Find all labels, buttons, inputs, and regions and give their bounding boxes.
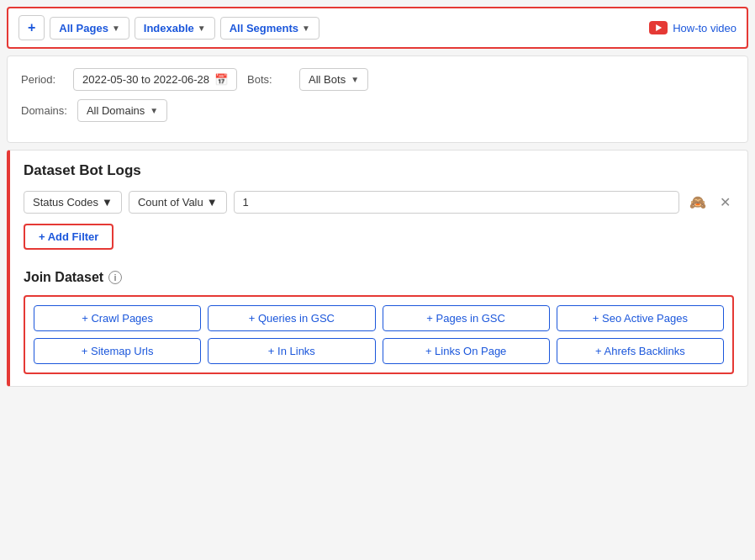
count-select[interactable]: Count of Valu ▼ [129, 191, 227, 214]
dataset-section: Dataset Bot Logs Status Codes ▼ Count of… [7, 150, 748, 387]
bots-dropdown[interactable]: All Bots ▼ [299, 68, 368, 91]
indexable-button[interactable]: Indexable ▼ [135, 17, 215, 40]
join-section: Join Dataset i + Crawl Pages+ Queries in… [24, 270, 734, 374]
join-btn-4[interactable]: + Sitemap Urls [34, 338, 201, 364]
eye-slash-icon: 🙈 [689, 195, 706, 209]
info-icon[interactable]: i [108, 271, 122, 284]
join-btn-0[interactable]: + Crawl Pages [34, 305, 201, 331]
status-codes-caret-icon: ▼ [102, 196, 113, 209]
join-grid: + Crawl Pages+ Queries in GSC+ Pages in … [24, 295, 734, 374]
domains-caret-icon: ▼ [150, 106, 158, 115]
join-btn-3[interactable]: + Seo Active Pages [557, 305, 724, 331]
bots-label: Bots: [247, 73, 289, 86]
period-dropdown[interactable]: 2022-05-30 to 2022-06-28 📅 [73, 68, 237, 91]
bots-caret-icon: ▼ [351, 75, 359, 84]
add-filter-button[interactable]: + Add Filter [24, 224, 114, 250]
join-btn-2[interactable]: + Pages in GSC [383, 305, 550, 331]
period-row: Period: 2022-05-30 to 2022-06-28 📅 Bots:… [21, 68, 734, 91]
count-caret-icon: ▼ [207, 196, 218, 209]
calendar-icon: 📅 [214, 73, 228, 86]
close-filter-button[interactable]: ✕ [716, 191, 734, 214]
indexable-caret-icon: ▼ [198, 24, 206, 33]
plus-button[interactable]: + [18, 15, 45, 40]
period-label: Period: [21, 73, 63, 86]
filters-section: Period: 2022-05-30 to 2022-06-28 📅 Bots:… [7, 55, 748, 143]
domains-label: Domains: [21, 104, 67, 117]
filter-value-input[interactable] [234, 191, 679, 214]
status-codes-select[interactable]: Status Codes ▼ [24, 191, 122, 214]
join-btn-7[interactable]: + Ahrefs Backlinks [557, 338, 724, 364]
join-btn-5[interactable]: + In Links [208, 338, 375, 364]
join-btn-6[interactable]: + Links On Page [383, 338, 550, 364]
domains-dropdown[interactable]: All Domains ▼ [77, 99, 167, 122]
youtube-icon [649, 21, 668, 34]
all-segments-caret-icon: ▼ [302, 24, 310, 33]
how-to-video-link[interactable]: How-to video [649, 21, 737, 34]
toolbar: + All Pages ▼ Indexable ▼ All Segments ▼… [7, 7, 748, 49]
hide-icon-button[interactable]: 🙈 [686, 191, 710, 214]
close-icon: ✕ [720, 195, 731, 209]
join-title: Join Dataset i [24, 270, 734, 285]
domains-row: Domains: All Domains ▼ [21, 99, 734, 122]
filter-controls: Status Codes ▼ Count of Valu ▼ 🙈 ✕ [24, 191, 734, 214]
join-btn-1[interactable]: + Queries in GSC [208, 305, 375, 331]
all-pages-caret-icon: ▼ [112, 24, 120, 33]
dataset-title: Dataset Bot Logs [24, 162, 734, 179]
all-segments-button[interactable]: All Segments ▼ [220, 17, 319, 40]
all-pages-button[interactable]: All Pages ▼ [50, 17, 129, 40]
